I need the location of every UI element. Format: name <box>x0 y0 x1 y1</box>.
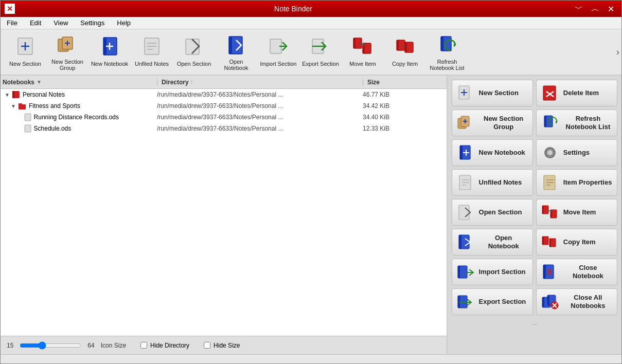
rp-new-notebook-label: New Notebook <box>479 149 525 157</box>
btn-grid-4: Unfiled Notes Item Properties <box>452 169 617 196</box>
expand-icon[interactable]: ▼ <box>5 92 10 98</box>
toolbar-open-notebook-button[interactable]: Open Notebook <box>216 31 257 72</box>
svg-rect-40 <box>25 114 31 121</box>
toolbar-unfiled-notes-label: Unfiled Notes <box>135 61 169 67</box>
rp-settings-label: Settings <box>563 149 590 157</box>
open-notebook-icon <box>224 34 248 57</box>
left-panel: Notebooks ▼ Directory : Size ▼ Pers <box>1 76 448 354</box>
col-header-notebooks: Notebooks ▼ <box>3 79 157 86</box>
rp-new-notebook-button[interactable]: New Notebook <box>452 139 533 166</box>
icon-size-slider[interactable] <box>20 341 81 350</box>
toolbar-new-section-label: New Section <box>9 61 41 67</box>
new-section-group-icon <box>55 34 80 57</box>
toolbar-scroll-button[interactable]: › <box>616 47 619 58</box>
menu-edit[interactable]: Edit <box>28 18 43 28</box>
open-section-icon <box>182 34 206 59</box>
notebook-icon <box>11 90 21 99</box>
rp-unfiled-notes-icon <box>456 173 475 192</box>
folder-icon <box>17 101 27 111</box>
rp-item-properties-label: Item Properties <box>563 178 612 187</box>
toolbar-move-item-label: Move Item <box>349 61 376 67</box>
rp-settings-icon <box>541 143 559 162</box>
svg-rect-81 <box>549 239 551 247</box>
title-bar: ✕ Note Binder ﹀ ︿ ✕ <box>1 1 621 17</box>
svg-rect-29 <box>397 40 399 50</box>
tree-cell-notebooks: ▼ Personal Notes <box>3 90 157 99</box>
svg-rect-31 <box>405 42 407 52</box>
menu-help[interactable]: Help <box>115 18 133 28</box>
toolbar-move-item-button[interactable]: Move Item <box>342 31 383 72</box>
tree-cell-size: 34.42 KiB <box>363 102 424 110</box>
hide-directory-label: Hide Directory <box>150 342 189 349</box>
rp-import-section-button[interactable]: Import Section <box>452 259 533 285</box>
rp-move-item-label: Move Item <box>563 208 596 216</box>
rp-close-all-notebooks-button[interactable]: Close All Notebooks <box>536 288 617 315</box>
menu-view[interactable]: View <box>51 18 70 28</box>
menu-settings[interactable]: Settings <box>78 18 106 28</box>
btn-grid-7: Import Section Close Notebook <box>452 259 617 285</box>
expand-icon[interactable]: ▼ <box>11 103 16 109</box>
tree-cell-directory: /run/media/drew/3937-6633/Notes/Personal… <box>157 102 363 110</box>
menu-file[interactable]: File <box>5 18 20 28</box>
rp-new-section-button[interactable]: New Section <box>452 80 533 106</box>
table-row[interactable]: ▼ Personal Notes /run/media/drew/3937-66… <box>1 89 447 100</box>
tree-cell-notebooks: ▼ Fitness and Sports <box>3 101 157 111</box>
right-panel: New Section Delete Item New Section Grou… <box>448 76 621 354</box>
rp-new-section-group-button[interactable]: New Section Group <box>452 110 533 136</box>
table-row[interactable]: Running Distance Records.ods /run/media/… <box>1 112 447 123</box>
table-row[interactable]: Schedule.ods /run/media/drew/3937-6633/N… <box>1 123 447 134</box>
svg-rect-41 <box>25 125 31 132</box>
table-row[interactable]: ▼ Fitness and Sports /run/media/drew/393… <box>1 100 447 112</box>
svg-rect-34 <box>441 37 443 51</box>
restore-button[interactable]: ︿ <box>588 3 602 15</box>
window-close-x-button[interactable]: ✕ <box>5 4 15 14</box>
rp-close-all-notebooks-icon <box>541 293 559 311</box>
toolbar-new-section-button[interactable]: New Section <box>5 31 46 72</box>
refresh-notebook-list-icon <box>435 34 459 57</box>
rp-refresh-notebook-list-button[interactable]: Refresh Notebook List <box>536 110 617 136</box>
toolbar-new-notebook-button[interactable]: New Notebook <box>89 31 130 72</box>
toolbar-unfiled-notes-button[interactable]: Unfiled Notes <box>131 31 172 72</box>
status-bar <box>1 354 621 363</box>
hide-directory-checkbox[interactable] <box>140 342 147 349</box>
toolbar-export-section-button[interactable]: Export Section <box>300 31 341 72</box>
window-title: Note Binder <box>15 5 572 13</box>
rp-import-section-icon <box>456 263 475 281</box>
rp-close-notebook-button[interactable]: Close Notebook <box>536 259 617 285</box>
hide-size-checkbox[interactable] <box>204 342 210 349</box>
close-button[interactable]: ✕ <box>605 3 617 15</box>
rp-move-item-button[interactable]: Move Item <box>536 199 617 226</box>
rp-export-section-button[interactable]: Export Section <box>452 288 533 315</box>
minimize-button[interactable]: ﹀ <box>572 3 586 15</box>
export-section-icon <box>308 34 333 59</box>
title-bar-left: ✕ <box>5 4 15 14</box>
rp-open-notebook-button[interactable]: Open Notebook <box>452 229 533 256</box>
rp-item-properties-button[interactable]: Item Properties <box>536 169 617 196</box>
hide-directory-group: Hide Directory <box>140 342 189 349</box>
rp-new-notebook-icon <box>456 143 475 162</box>
rp-copy-item-button[interactable]: Copy Item <box>536 229 617 256</box>
spacer <box>19 126 22 132</box>
icon-size-min-label: 15 <box>7 342 13 349</box>
notebooks-sort-icon[interactable]: ▼ <box>37 79 42 85</box>
toolbar-refresh-notebook-list-button[interactable]: Refresh Notebook List <box>426 31 468 72</box>
toolbar-import-section-button[interactable]: Import Section <box>258 31 299 72</box>
rp-import-section-label: Import Section <box>479 268 526 276</box>
btn-grid-8: Export Section Clos <box>452 288 617 315</box>
rp-open-notebook-icon <box>456 233 475 251</box>
toolbar-new-section-group-label: New Section Group <box>48 59 86 71</box>
toolbar-copy-item-button[interactable]: Copy Item <box>384 31 425 72</box>
rp-delete-item-icon <box>541 84 559 102</box>
svg-point-60 <box>547 150 553 155</box>
toolbar-open-section-button[interactable]: Open Section <box>173 31 215 72</box>
rp-delete-item-button[interactable]: Delete Item <box>536 80 617 106</box>
menu-bar: File Edit View Settings Help <box>1 17 621 29</box>
rp-unfiled-notes-button[interactable]: Unfiled Notes <box>452 169 533 196</box>
copy-item-icon <box>393 34 417 59</box>
svg-rect-39 <box>19 103 22 105</box>
rp-settings-button[interactable]: Settings <box>536 139 617 166</box>
rp-unfiled-notes-label: Unfiled Notes <box>479 178 522 187</box>
svg-rect-79 <box>542 236 544 245</box>
rp-open-section-button[interactable]: Open Section <box>452 199 533 226</box>
toolbar-new-section-group-button[interactable]: New Section Group <box>47 31 88 72</box>
